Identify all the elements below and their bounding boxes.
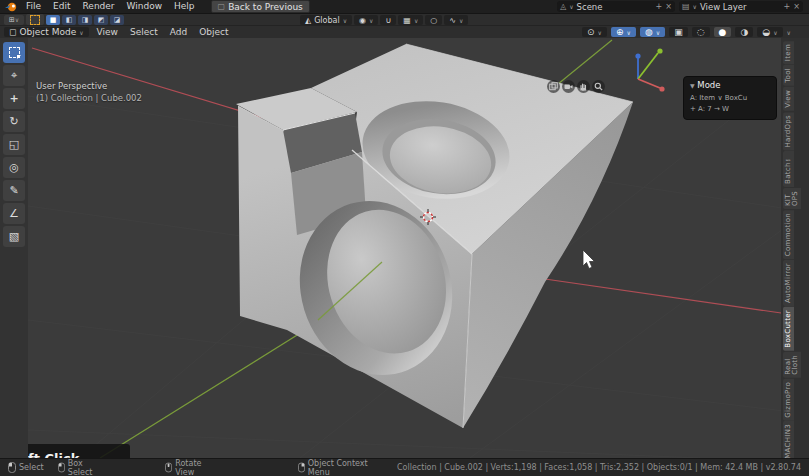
chevron-down-icon: ∨ (79, 29, 83, 36)
measure-tool-icon: ∠ (9, 207, 19, 220)
editor-type-selector[interactable]: ⊞ ∨ (4, 15, 24, 25)
scene-selector[interactable]: ◬ ∨ Scene + × (557, 1, 675, 12)
proportional-falloff-dropdown[interactable]: ∿ ∨ (444, 15, 468, 25)
measure-tool[interactable]: ∠ (3, 203, 25, 224)
cursor-tool[interactable]: ⌖ (3, 65, 25, 86)
sidebar-tab-commotion[interactable]: Commotion (783, 210, 794, 259)
xray-toggle[interactable]: ▣ (669, 27, 688, 37)
select-box-icon (9, 47, 20, 58)
select-mode-extend-button[interactable]: ◧ (62, 15, 76, 25)
scene-icon: ◬ (560, 2, 566, 11)
select-mode-invert-button[interactable]: ◩ (94, 15, 108, 25)
new-scene-icon[interactable]: + (656, 2, 663, 11)
select-mode-intersect-button[interactable]: ◪ (110, 15, 124, 25)
menu-view[interactable]: View (91, 26, 124, 39)
select-mode-subtract-button[interactable]: ◨ (78, 15, 92, 25)
mode-panel[interactable]: ▼ Mode A: Item ∨ BoxCu + A: 7 → W (683, 76, 777, 120)
sidebar-tab-view[interactable]: View (783, 87, 794, 111)
proportional-icon: ○ (430, 16, 437, 25)
shading-wireframe-button[interactable]: ◌ (692, 27, 710, 37)
sidebar-tab-hardops[interactable]: HardOps (783, 112, 794, 150)
proportional-edit-toggle[interactable]: ○ (425, 15, 442, 25)
scene-name[interactable]: Scene (577, 2, 653, 12)
interaction-mode-dropdown[interactable]: ◻ Object Mode ∨ (4, 27, 89, 37)
magnet-icon: ∪ (385, 16, 391, 25)
transform-tool-icon: ◎ (9, 161, 19, 174)
hand-icon (579, 82, 588, 91)
close-view-layer-icon[interactable]: × (793, 2, 800, 11)
view-layer-selector[interactable]: ▤ ∨ View Layer + × (679, 1, 803, 12)
menu-add[interactable]: Add (164, 26, 193, 39)
mode-panel-line2[interactable]: + A: 7 → W (690, 104, 770, 115)
zoom-view-button[interactable] (592, 80, 605, 93)
show-gizmo-dropdown[interactable]: ⊕ ∨ (611, 27, 636, 37)
sidebar-tab-boxcutter[interactable]: BoxCutter (783, 307, 794, 351)
pivot-point-dropdown[interactable]: ◉ ∨ (354, 15, 378, 25)
add-cube-tool[interactable]: ▧ (3, 226, 25, 247)
pan-view-button[interactable] (577, 80, 590, 93)
scale-tool[interactable]: ◱ (3, 134, 25, 155)
sidebar-tab-item[interactable]: Item (783, 41, 794, 64)
falloff-icon: ∿ (449, 16, 456, 25)
blender-logo-icon (4, 2, 18, 12)
tool-settings-bar: ⊞ ∨ ■ ◧ ◨ ◩ ◪ ◭ Global ∨ ◉ ∨ ∪ ▦ ∨ (0, 13, 809, 25)
box-select-tool-icon (30, 15, 40, 25)
rotate-tool[interactable]: ↻ (3, 111, 25, 132)
menu-object[interactable]: Object (193, 26, 234, 39)
object-mode-icon: ◻ (9, 27, 16, 37)
sidebar-tab-strip: Item Tool View HardOps Batch™ KIT OPS Co… (781, 38, 809, 458)
back-to-previous-button[interactable]: ▢ Back to Previous (211, 0, 310, 13)
move-tool[interactable]: + (3, 88, 25, 109)
active-tool-indicator[interactable] (26, 14, 44, 25)
sidebar-tab-kitops[interactable]: KIT OPS (783, 188, 801, 209)
object-visibility-dropdown[interactable]: ⊙ ∨ (582, 27, 607, 37)
gizmo-icon: ⊕ (616, 27, 624, 37)
annotate-tool[interactable]: ✎ (3, 180, 25, 201)
menu-render[interactable]: Render (77, 0, 121, 13)
transform-orientation-dropdown[interactable]: ◭ Global ∨ (300, 15, 352, 25)
editor-options-chevron-icon[interactable]: ∨ (787, 29, 791, 36)
snap-target-icon: ▦ (403, 16, 411, 25)
top-menu-bar: File Edit Render Window Help ▢ Back to P… (0, 0, 809, 13)
select-subtract-icon: ◨ (82, 16, 89, 24)
perspective-toggle-button[interactable] (547, 80, 560, 93)
orientation-label: Global (314, 16, 340, 25)
blender-window: File Edit Render Window Help ▢ Back to P… (0, 0, 809, 476)
snap-toggle[interactable]: ∪ (380, 15, 396, 25)
camera-icon (564, 82, 573, 91)
transform-tool[interactable]: ◎ (3, 157, 25, 178)
sidebar-tab-gizmopro[interactable]: GizmoPro (783, 379, 794, 421)
select-mode-set-button[interactable]: ■ (46, 15, 60, 25)
sidebar-tab-automirror[interactable]: AutoMirror (783, 260, 794, 306)
sidebar-tab-machin3[interactable]: MACHIN3 (783, 421, 794, 458)
menu-select[interactable]: Select (124, 26, 164, 39)
scene-statistics: Collection | Cube.002 | Verts:1,198 | Fa… (397, 463, 801, 472)
shading-material-button[interactable]: ◑ (735, 27, 753, 37)
shading-solid-button[interactable]: ● (714, 27, 732, 37)
status-rotate-view-hint: Rotate View (165, 459, 218, 476)
view-layer-name[interactable]: View Layer (700, 2, 781, 12)
viewport-3d[interactable]: User Perspective (1) Collection | Cube.0… (0, 38, 809, 458)
menu-edit[interactable]: Edit (47, 0, 76, 13)
sidebar-tab-realcloth[interactable]: Real Cloth (783, 352, 801, 378)
menu-window[interactable]: Window (121, 0, 169, 13)
chevron-down-icon: ∨ (773, 29, 777, 36)
sidebar-tab-tool[interactable]: Tool (783, 65, 794, 86)
mode-panel-title[interactable]: ▼ Mode (690, 80, 770, 90)
new-view-layer-icon[interactable]: + (784, 2, 791, 11)
overlays-icon: ◍ (645, 27, 653, 37)
chevron-down-icon: ∨ (459, 17, 463, 24)
select-box-tool[interactable] (3, 42, 25, 63)
camera-view-button[interactable] (562, 80, 575, 93)
sidebar-tab-batch[interactable]: Batch™ (783, 151, 794, 187)
menu-help[interactable]: Help (168, 0, 201, 13)
show-overlays-dropdown[interactable]: ◍ ∨ (640, 27, 665, 37)
chevron-down-icon: ∨ (627, 29, 631, 36)
shading-rendered-button[interactable]: ◒ ∨ (757, 27, 782, 37)
snap-target-dropdown[interactable]: ▦ ∨ (398, 15, 423, 25)
chevron-down-icon: ∨ (598, 29, 602, 36)
menu-file[interactable]: File (20, 0, 47, 13)
right-mouse-icon (298, 462, 305, 473)
mode-panel-line1[interactable]: A: Item ∨ BoxCu (690, 93, 770, 104)
close-scene-icon[interactable]: × (665, 2, 672, 11)
